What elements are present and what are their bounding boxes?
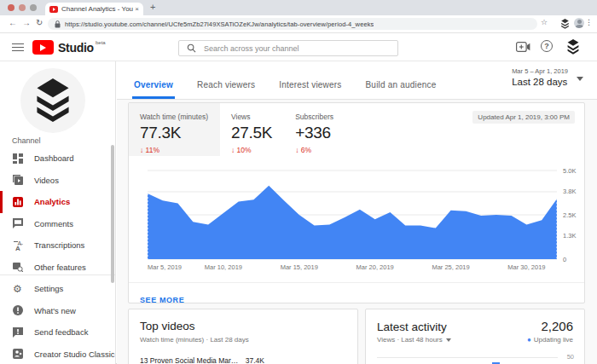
svg-text:Mar 30, 2019: Mar 30, 2019 <box>507 263 545 271</box>
updating-live-badge: ●Updating live <box>527 336 573 344</box>
sidebar-item-transcriptions[interactable]: A̶A Transcriptions <box>0 234 115 257</box>
tab-overview[interactable]: Overview <box>132 80 175 99</box>
beta-badge: beta <box>96 40 106 45</box>
svg-text:Mar 5, 2019: Mar 5, 2019 <box>148 263 182 271</box>
channel-label: Channel <box>12 136 41 145</box>
area-chart-svg: 01.3K2.5K3.8K5.0KMar 5, 2019Mar 10, 2019… <box>129 163 586 275</box>
address-field[interactable]: https://studio.youtube.com/channel/UCfe5… <box>48 18 537 30</box>
latest-activity-card: Latest activity 2,206 Views · Last 48 ho… <box>365 309 585 364</box>
delta-down-badge: ↓ 10% <box>231 146 272 154</box>
svg-text:5.0K: 5.0K <box>563 167 576 175</box>
window-zoom-button[interactable] <box>30 4 37 11</box>
settings-gear-icon: ⚙ <box>12 283 23 294</box>
hamburger-menu-icon[interactable] <box>12 43 24 51</box>
back-icon[interactable]: ← <box>9 18 17 27</box>
bookmark-star-icon[interactable]: ☆ <box>541 18 548 26</box>
chevron-down-icon <box>446 338 451 342</box>
channel-avatar-small[interactable] <box>565 38 582 55</box>
svg-text:Mar 10, 2019: Mar 10, 2019 <box>205 263 242 271</box>
sidebar-item-analytics[interactable]: Analytics <box>0 191 115 213</box>
sidebar-item-settings[interactable]: ⚙ Settings <box>0 278 115 300</box>
new-tab-button[interactable]: + <box>150 2 155 12</box>
stack-logo-icon <box>33 78 72 123</box>
svg-text:A: A <box>15 244 20 251</box>
creator-studio-classic-icon <box>12 349 23 360</box>
transcriptions-icon: A̶A <box>12 240 23 251</box>
youtube-logo-icon[interactable] <box>32 40 54 55</box>
lock-icon <box>55 20 61 28</box>
video-watch-time: 37.4K <box>246 356 264 364</box>
window-close-button[interactable] <box>8 4 14 11</box>
see-more-link[interactable]: SEE MORE <box>140 296 184 304</box>
dashboard-icon <box>12 153 23 164</box>
top-videos-subtitle: Watch time (minutes) · Last 28 days <box>140 336 346 344</box>
tab-title: Channel Analytics - YouTube S <box>61 5 133 13</box>
updated-timestamp: Updated Apr 1, 2019, 3:00 PM <box>472 111 575 124</box>
reload-icon[interactable]: ↻ <box>36 18 43 27</box>
send-feedback-icon <box>12 326 23 338</box>
date-range-text: Mar 5 – Apr 1, 2019 <box>512 67 568 75</box>
create-video-icon[interactable] <box>516 42 530 52</box>
sidebar-divider <box>0 274 115 275</box>
top-video-row[interactable]: 13 Proven Social Media Marketing Tips f.… <box>140 355 346 364</box>
chevron-down-icon[interactable] <box>577 77 583 81</box>
svg-text:Mar 15, 2019: Mar 15, 2019 <box>281 263 318 271</box>
search-placeholder: Search across your channel <box>204 44 299 53</box>
sidebar-scrollbar[interactable] <box>111 145 114 283</box>
other-features-icon <box>12 262 23 273</box>
metric-subscribers[interactable]: Subscribers +336 ↓ 6% <box>284 103 345 156</box>
sidebar-item-send-feedback[interactable]: Send feedback <box>0 321 115 344</box>
channel-avatar-large[interactable] <box>20 68 85 133</box>
help-icon[interactable]: ? <box>541 40 553 52</box>
search-input[interactable]: Search across your channel <box>178 40 398 56</box>
browser-tab[interactable]: Channel Analytics - YouTube S × <box>45 3 143 15</box>
svg-text:0: 0 <box>563 256 566 263</box>
analytics-main: Overview Reach viewers Interest viewers … <box>117 61 597 364</box>
whats-new-icon <box>12 305 23 316</box>
sidebar-item-dashboard[interactable]: Dashboard <box>0 147 115 170</box>
forward-icon[interactable]: → <box>22 18 31 27</box>
sidebar-nav: Dashboard Videos Analytics Comments <box>0 147 115 364</box>
sidebar-item-comments[interactable]: Comments <box>0 213 115 235</box>
tab-reach-viewers[interactable]: Reach viewers <box>195 80 257 99</box>
latest-activity-filter[interactable]: Views · Last 48 hours <box>377 336 451 344</box>
youtube-favicon-icon <box>49 6 58 13</box>
videos-icon <box>12 175 23 186</box>
tab-build-an-audience[interactable]: Build an audience <box>364 80 438 99</box>
svg-text:2.5K: 2.5K <box>563 211 576 219</box>
browser-profile-avatar[interactable] <box>574 18 584 28</box>
metric-views[interactable]: Views 27.5K ↓ 10% <box>220 103 284 156</box>
tab-interest-viewers[interactable]: Interest viewers <box>277 80 343 99</box>
svg-text:Mar 25, 2019: Mar 25, 2019 <box>432 263 469 271</box>
sidebar-item-creator-studio-classic[interactable]: Creator Studio Classic <box>0 344 115 364</box>
window-minimize-button[interactable] <box>19 4 26 11</box>
date-range-selector[interactable]: Mar 5 – Apr 1, 2019 Last 28 days <box>512 67 568 87</box>
tab-close-icon[interactable]: × <box>135 5 139 13</box>
latest-activity-value: 2,206 <box>541 319 573 333</box>
svg-text:Mar 20, 2019: Mar 20, 2019 <box>356 263 394 271</box>
analytics-tabs-row: Overview Reach viewers Interest viewers … <box>117 61 597 100</box>
delta-down-badge: ↓ 11% <box>140 146 208 154</box>
url-text: https://studio.youtube.com/channel/UCfe5… <box>65 20 374 28</box>
extension-icon[interactable] <box>560 19 570 29</box>
stack-logo-icon <box>566 39 580 55</box>
mini-chart-gridline <box>377 357 558 358</box>
sidebar-item-videos[interactable]: Videos <box>0 170 115 192</box>
latest-activity-title: Latest activity <box>377 321 447 333</box>
comments-icon <box>12 218 23 229</box>
sidebar-item-whats-new[interactable]: What's new <box>0 300 115 322</box>
svg-text:3.8K: 3.8K <box>563 188 576 195</box>
overview-card: Watch time (minutes) 77.3K ↓ 11% Views 2… <box>128 102 585 303</box>
metric-watch-time[interactable]: Watch time (minutes) 77.3K ↓ 11% <box>129 103 220 156</box>
live-dot-icon: ● <box>527 336 531 344</box>
period-label: Last 28 days <box>512 77 568 87</box>
watch-time-chart: 01.3K2.5K3.8K5.0KMar 5, 2019Mar 10, 2019… <box>129 163 586 275</box>
browser-window: Channel Analytics - YouTube S × + ← → ↻ … <box>0 0 597 364</box>
browser-menu-icon[interactable]: ⋮ <box>585 18 593 26</box>
analytics-icon <box>12 196 23 207</box>
browser-tab-strip: Channel Analytics - YouTube S × + <box>0 0 597 15</box>
studio-header: Studio beta Search across your channel ? <box>0 33 597 61</box>
video-bar-track <box>271 355 346 364</box>
studio-logo-text[interactable]: Studio <box>58 41 94 55</box>
sidebar: Channel Dashboard Videos Analytics <box>0 61 116 364</box>
